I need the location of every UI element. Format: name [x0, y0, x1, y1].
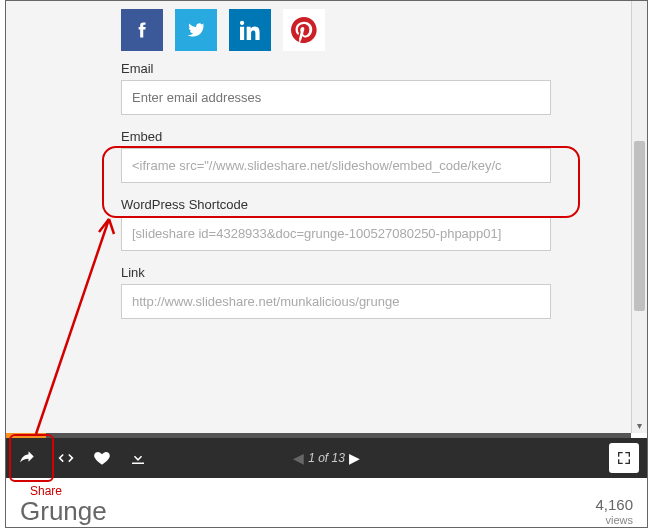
- pinterest-icon: [291, 17, 317, 43]
- pinterest-share-button[interactable]: [283, 9, 325, 51]
- facebook-share-button[interactable]: [121, 9, 163, 51]
- wordpress-label: WordPress Shortcode: [121, 197, 551, 212]
- code-icon: [57, 449, 75, 467]
- share-panel: Email Embed WordPress Shortcode Link: [6, 1, 631, 433]
- email-label: Email: [121, 61, 551, 76]
- share-form: Email Embed WordPress Shortcode Link: [121, 61, 551, 333]
- slideshare-viewer: Email Embed WordPress Shortcode Link ▾: [5, 0, 648, 528]
- wordpress-input[interactable]: [121, 216, 551, 251]
- views-block: 4,160 views: [595, 496, 633, 527]
- linkedin-share-button[interactable]: [229, 9, 271, 51]
- link-input[interactable]: [121, 284, 551, 319]
- scrollbar-thumb[interactable]: [634, 141, 645, 311]
- fullscreen-button[interactable]: [609, 443, 639, 473]
- slide-counter: 1 of 13: [308, 451, 345, 465]
- slide-position: ◀ 1 of 13 ▶: [293, 450, 360, 466]
- share-icon: [18, 449, 36, 467]
- presentation-title: Grunge: [20, 496, 107, 527]
- social-row: [121, 9, 631, 51]
- embed-label: Embed: [121, 129, 551, 144]
- embed-input[interactable]: [121, 148, 551, 183]
- email-input[interactable]: [121, 80, 551, 115]
- panel-scrollbar[interactable]: ▾: [631, 1, 647, 433]
- download-button[interactable]: [120, 438, 156, 478]
- twitter-share-button[interactable]: [175, 9, 217, 51]
- facebook-icon: [132, 20, 152, 40]
- share-button[interactable]: [6, 438, 48, 478]
- embed-code-button[interactable]: [48, 438, 84, 478]
- like-button[interactable]: [84, 438, 120, 478]
- views-label: views: [595, 514, 633, 527]
- next-slide-button[interactable]: ▶: [349, 450, 360, 466]
- player-toolbar: ◀ 1 of 13 ▶: [6, 438, 647, 478]
- link-label: Link: [121, 265, 551, 280]
- scrollbar-down-icon[interactable]: ▾: [632, 417, 647, 433]
- heart-icon: [93, 449, 111, 467]
- twitter-icon: [186, 20, 206, 40]
- prev-slide-button[interactable]: ◀: [293, 450, 304, 466]
- linkedin-icon: [240, 20, 260, 40]
- download-icon: [129, 449, 147, 467]
- below-player: Share Grunge 4,160 views: [6, 479, 647, 527]
- views-count: 4,160: [595, 496, 633, 514]
- fullscreen-icon: [616, 450, 632, 466]
